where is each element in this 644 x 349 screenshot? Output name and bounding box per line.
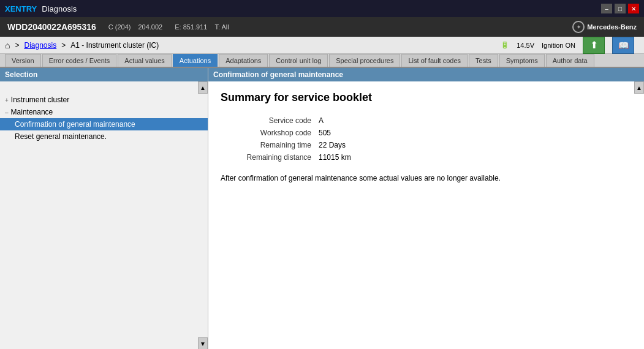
main-panel: Confirmation of general maintenance ▲ Su… [208, 68, 644, 349]
sidebar-scroll-up[interactable]: ▲ [198, 81, 208, 94]
service-code-row: Service code A [233, 116, 632, 125]
tab-special-procedures[interactable]: Special procedures [329, 54, 400, 67]
sidebar-item-instrument-cluster[interactable]: + Instrument cluster [0, 94, 208, 106]
battery-icon: 🔋 [501, 41, 509, 49]
remaining-distance-row: Remaining distance 11015 km [233, 153, 632, 162]
remaining-time-label: Remaining time [233, 141, 319, 149]
sidebar: Selection ▲ + Instrument cluster – Maint… [0, 68, 208, 349]
service-code-label: Service code [233, 116, 319, 125]
workshop-code-label: Workshop code [233, 129, 319, 137]
workshop-code-row: Workshop code 505 [233, 129, 632, 137]
tab-symptoms[interactable]: Symptoms [499, 54, 545, 67]
home-icon[interactable]: ⌂ [5, 40, 10, 50]
tab-actual-values[interactable]: Actual values [118, 54, 171, 67]
sidebar-scroll-down[interactable]: ▼ [198, 337, 208, 349]
sidebar-item-label: Confirmation of general maintenance [15, 120, 135, 129]
close-button[interactable]: ✕ [628, 4, 639, 13]
maximize-button[interactable]: □ [615, 4, 626, 13]
e-label: E: 851.911 [175, 23, 207, 31]
vin-display: WDD2040022A695316 [7, 22, 96, 32]
panel-content: ▲ Summary for service booklet Service co… [208, 81, 644, 349]
remaining-time-value: 22 Days [319, 141, 346, 149]
app-logo: XENTRY [5, 4, 37, 13]
tab-version[interactable]: Version [5, 54, 41, 67]
tab-adaptations[interactable]: Adaptations [219, 54, 268, 67]
t-label: T: All [214, 23, 229, 31]
sidebar-item-label: Instrument cluster [11, 96, 69, 104]
sidebar-content: ▲ + Instrument cluster – Maintenance Con… [0, 81, 208, 349]
c-code: C (204) [108, 23, 131, 31]
remaining-time-row: Remaining time 22 Days [233, 141, 632, 149]
summary-title: Summary for service booklet [221, 91, 632, 104]
data-table: Service code A Workshop code 505 Remaini… [233, 116, 632, 162]
breadcrumb-sep1: > [15, 41, 19, 50]
sidebar-item-label: Reset general maintenance. [15, 132, 107, 141]
remaining-distance-value: 11015 km [319, 153, 351, 162]
sidebar-item-confirmation[interactable]: Confirmation of general maintenance [0, 118, 208, 130]
tab-control-unit-log[interactable]: Control unit log [269, 54, 328, 67]
content-area: Selection ▲ + Instrument cluster – Maint… [0, 68, 644, 349]
workshop-code-value: 505 [319, 129, 331, 137]
sidebar-item-reset[interactable]: Reset general maintenance. [0, 130, 208, 143]
tab-bar: Version Error codes / Events Actual valu… [0, 54, 644, 68]
battery-voltage: 14.5V [517, 42, 534, 49]
mb-logo-icon: ✦ [572, 21, 585, 33]
panel-header: Confirmation of general maintenance [208, 68, 644, 81]
breadcrumb-diagnosis[interactable]: Diagnosis [24, 41, 56, 50]
tab-list-fault-codes[interactable]: List of fault codes [401, 54, 468, 67]
brand-name: Mercedes-Benz [587, 23, 637, 31]
app-name: Diagnosis [42, 4, 77, 13]
tab-tests[interactable]: Tests [469, 54, 498, 67]
upload-button[interactable]: ⬆ [583, 37, 605, 54]
minimize-button[interactable]: – [601, 4, 612, 13]
sidebar-item-maintenance[interactable]: – Maintenance [0, 106, 208, 118]
service-code-value: A [319, 116, 324, 125]
remaining-distance-label: Remaining distance [233, 153, 319, 162]
help-button[interactable]: 📖 [612, 37, 634, 54]
panel-scroll-up[interactable]: ▲ [634, 81, 644, 94]
sidebar-item-label: Maintenance [11, 108, 53, 116]
breadcrumb-sep2: > [61, 41, 66, 50]
tab-error-codes[interactable]: Error codes / Events [42, 54, 117, 67]
main-header: WDD2040022A695316 C (204) 204.002 E: 851… [0, 17, 644, 37]
tab-author-data[interactable]: Author data [546, 54, 594, 67]
sidebar-header: Selection [0, 68, 208, 81]
expand-icon: + [5, 97, 9, 103]
breadcrumb-module: A1 - Instrument cluster (IC) [70, 41, 159, 50]
tab-actuations[interactable]: Actuations [173, 54, 218, 67]
expand-icon: – [5, 109, 9, 116]
c-num: 204.002 [138, 23, 162, 31]
breadcrumb: ⌂ > Diagnosis > A1 - Instrument cluster … [5, 40, 159, 50]
title-bar: XENTRY Diagnosis – □ ✕ [0, 0, 644, 17]
ignition-status: Ignition ON [542, 42, 575, 49]
notice-text: After confirmation of general maintenanc… [221, 174, 632, 182]
